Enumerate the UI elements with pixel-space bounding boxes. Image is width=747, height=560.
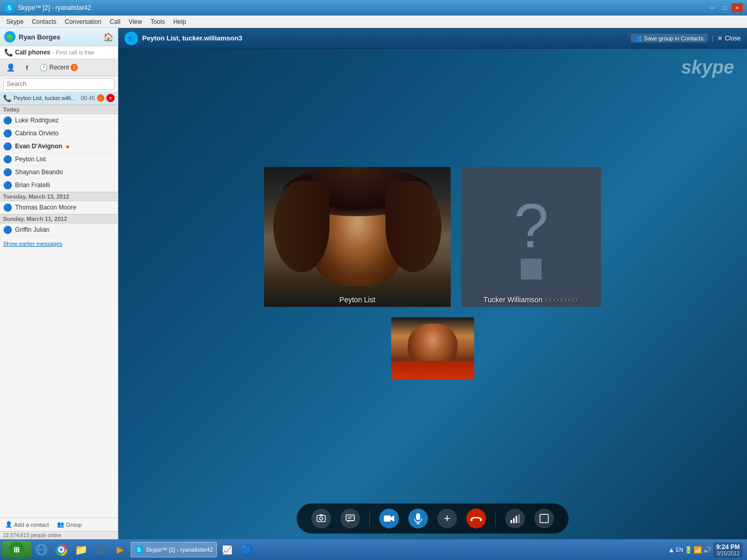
contact-thomas-bacon-moore[interactable]: 🔵 Thomas Bacon Moore xyxy=(0,201,118,214)
svg-point-10 xyxy=(471,519,473,521)
contact-status-icon: 🔵 xyxy=(3,226,12,234)
date-separator-sunday: Sunday, March 11, 2012 xyxy=(0,214,118,223)
tab-facebook[interactable]: f xyxy=(20,61,34,74)
menu-view[interactable]: View xyxy=(125,17,146,26)
contact-status-icon: 🔵 xyxy=(3,203,12,212)
taskbar-wmp-icon[interactable]: ▶ xyxy=(111,541,130,558)
skype-logo-icon: S xyxy=(4,3,15,13)
info-dot-icon: ● xyxy=(65,142,70,150)
self-video-inner xyxy=(391,317,474,380)
home-icon[interactable]: 🏠 xyxy=(103,32,114,42)
contact-luke-rodriguez[interactable]: 🔵 Luke Rodriguez xyxy=(0,114,118,127)
call-end-button[interactable]: × xyxy=(106,94,115,102)
contact-peyton-list[interactable]: 🔵 Peyton List xyxy=(0,153,118,166)
contact-status-icon: 🔵 xyxy=(3,155,12,163)
show-earlier-link[interactable]: Show earlier messages xyxy=(3,241,62,247)
tray-arrow-icon[interactable]: ▲ xyxy=(668,546,675,554)
taskbar-stocks-icon[interactable]: 📈 xyxy=(218,541,237,558)
phone-icon: 📞 xyxy=(4,48,13,57)
peyton-video-tile: Peyton List xyxy=(264,167,451,307)
contact-griffin-julian[interactable]: 🔵 Griffin Julian xyxy=(0,223,118,236)
tray-network-icon[interactable]: 📶 xyxy=(694,546,702,554)
system-tray: ▲ EN 🔋 📶 🔊 xyxy=(668,546,711,554)
screenshot-button[interactable] xyxy=(311,509,331,528)
tray-battery-icon[interactable]: 🔋 xyxy=(684,546,693,554)
taskbar-right: ▲ EN 🔋 📶 🔊 9:24 PM 3/15/2012 xyxy=(668,542,745,557)
group-button[interactable]: 👥 Group xyxy=(55,520,84,529)
skype-watermark: skype xyxy=(681,57,734,78)
tray-volume-icon[interactable]: 🔊 xyxy=(703,546,711,554)
contact-brian-fratelli[interactable]: 🔵 Brian Fratelli xyxy=(0,179,118,192)
chat-button[interactable] xyxy=(340,509,360,528)
menu-contacts[interactable]: Contacts xyxy=(27,17,60,26)
video-button[interactable] xyxy=(379,509,399,528)
call-header: 👥 Peyton List, tucker.williamson3 👥 Save… xyxy=(118,28,747,49)
clock-area[interactable]: 9:24 PM 3/15/2012 xyxy=(713,542,743,557)
contact-status-icon: 🔵 xyxy=(3,168,12,176)
save-group-button[interactable]: 👥 Save group in Contacts xyxy=(631,34,708,43)
title-bar: S Skype™ [2] - ryanallstar42 ─ □ × xyxy=(0,0,747,16)
self-video-tile xyxy=(391,317,474,380)
svg-rect-12 xyxy=(510,520,512,523)
tray-keyboard-icon[interactable]: EN xyxy=(676,547,683,553)
menu-conversation[interactable]: Conversation xyxy=(61,17,106,26)
sidebar: 🟢 Ryan Borges 🏠 📞 Call phones - First ca… xyxy=(0,28,118,539)
contact-name: Peyton List xyxy=(15,156,46,163)
taskbar-skype-item[interactable]: S Skype™ [2] - ryanallstar42 xyxy=(131,542,217,557)
add-contact-button[interactable]: 👤 Add a contact xyxy=(3,520,51,529)
taskbar-chrome-icon[interactable] xyxy=(52,541,71,558)
contact-shaynan-beando[interactable]: 🔵 Shaynan Beando xyxy=(0,166,118,179)
svg-rect-6 xyxy=(384,515,391,522)
taskbar-app-icon[interactable]: 🔵 xyxy=(238,541,256,558)
mute-button[interactable] xyxy=(408,509,428,528)
menu-help[interactable]: Help xyxy=(169,17,190,26)
call-info-button[interactable]: i xyxy=(97,94,104,102)
menu-skype[interactable]: Skype xyxy=(2,17,27,26)
close-call-button[interactable]: ✕ Close xyxy=(717,35,741,42)
tab-contacts[interactable]: 👤 xyxy=(3,61,18,74)
svg-rect-14 xyxy=(516,516,517,523)
call-area: 👥 Peyton List, tucker.williamson3 👥 Save… xyxy=(118,28,747,539)
tucker-video-label: Tucker Williamson XXXXXXXXX xyxy=(461,296,601,304)
svg-point-1 xyxy=(320,517,323,520)
question-square-icon xyxy=(521,259,542,279)
signal-quality-button[interactable] xyxy=(505,509,525,528)
separator xyxy=(495,511,496,526)
call-phones-bar[interactable]: 📞 Call phones - First call is free xyxy=(0,46,118,59)
minimize-button[interactable]: ─ xyxy=(707,3,718,12)
titlebar-title: Skype™ [2] - ryanallstar42 xyxy=(18,4,91,11)
call-phones-sub: - First call is free xyxy=(52,49,94,55)
end-call-button[interactable] xyxy=(466,509,486,528)
online-count: 22,574,613 people online xyxy=(0,531,118,539)
clock-time: 9:24 PM xyxy=(716,543,740,551)
contact-evan-davignon[interactable]: 🔵 Evan D'Avignon ● xyxy=(0,140,118,153)
titlebar-left: S Skype™ [2] - ryanallstar42 xyxy=(4,3,91,13)
taskbar-itunes-icon[interactable]: 🎵 xyxy=(91,541,110,558)
contact-name: Cabrina Orvieto xyxy=(15,130,59,137)
controls-bar: + xyxy=(297,503,569,534)
contact-cabrina-orvieto[interactable]: 🔵 Cabrina Orvieto xyxy=(0,127,118,140)
start-button[interactable]: ⊞ xyxy=(2,541,31,558)
add-participant-button[interactable]: + xyxy=(437,509,457,528)
tab-recent[interactable]: 🕐 Recent 2 xyxy=(36,61,81,74)
fullscreen-button[interactable] xyxy=(534,509,554,528)
user-info: 🟢 Ryan Borges xyxy=(4,31,60,43)
search-input[interactable] xyxy=(3,78,115,90)
active-call-icon: 📞 xyxy=(3,94,11,102)
call-header-right: 👥 Save group in Contacts | ✕ Close xyxy=(631,34,741,43)
group-icon: 👥 xyxy=(57,521,64,528)
menu-call[interactable]: Call xyxy=(105,17,125,26)
avatar: 🟢 xyxy=(4,31,16,43)
close-button[interactable]: × xyxy=(731,3,743,12)
contacts-list: 📞 Peyton List, tucker.willi... 00:45 i ×… xyxy=(0,92,118,517)
active-call-item[interactable]: 📞 Peyton List, tucker.willi... 00:45 i × xyxy=(0,92,118,105)
censored-text: XXXXXXXXX xyxy=(545,297,579,303)
menu-tools[interactable]: Tools xyxy=(146,17,169,26)
taskbar-ie-icon[interactable] xyxy=(32,541,51,558)
svg-rect-16 xyxy=(540,514,548,523)
maximize-button[interactable]: □ xyxy=(719,3,730,12)
taskbar-explorer-icon[interactable]: 📁 xyxy=(72,541,90,558)
taskbar: ⊞ 📁 🎵 ▶ S Skype™ [2] - ryanallstar42 📈 🔵… xyxy=(0,539,747,560)
svg-rect-15 xyxy=(518,514,520,523)
call-avatar: 👥 xyxy=(125,32,138,45)
